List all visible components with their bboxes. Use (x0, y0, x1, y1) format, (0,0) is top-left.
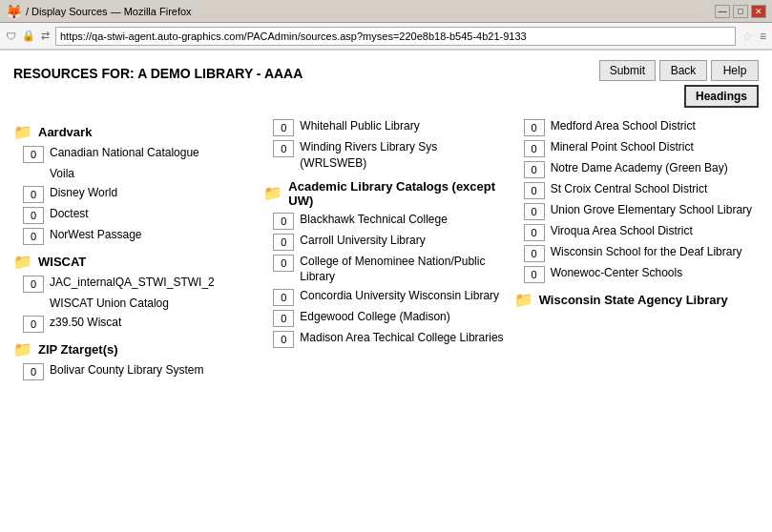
list-item: 0Winding Rivers Library Sys (WRLSWEB) (273, 139, 504, 172)
section-heading-1-1: 📁Academic Library Catalogs (except UW) (263, 179, 504, 208)
item-label: Carroll University Library (300, 233, 425, 249)
folder-icon: 📁 (13, 253, 32, 271)
list-item: 0Doctest (23, 206, 254, 224)
folder-icon: 📁 (263, 184, 282, 202)
item-label: St Croix Central School District (551, 181, 708, 197)
content-area: 📁Aardvark0Canadian National CatalogueVoi… (13, 115, 759, 512)
item-counter[interactable]: 0 (273, 289, 294, 306)
column-1: 📁Aardvark0Canadian National CatalogueVoi… (13, 115, 263, 383)
item-label: Bolivar County Library System (50, 362, 203, 379)
item-counter[interactable]: 0 (524, 140, 545, 157)
item-counter[interactable]: 0 (273, 140, 294, 157)
list-item: 0Union Grove Elementary School Library (524, 202, 755, 220)
item-label: JAC_internalQA_STWI_STWI_2 (50, 275, 215, 291)
list-item: 0Whitehall Public Library (273, 118, 504, 136)
page-header: RESOURCES FOR: A DEMO LIBRARY - AAAA Sub… (13, 60, 759, 108)
back-button[interactable]: Back (659, 60, 707, 81)
section-title: Aardvark (38, 125, 92, 139)
item-counter[interactable]: 0 (524, 224, 545, 241)
item-label: College of Menominee Nation/Public Libra… (300, 254, 504, 286)
list-item: 0Mineral Point School District (524, 139, 755, 157)
item-label: Doctest (50, 206, 89, 222)
item-label: Notre Dame Academy (Green Bay) (551, 160, 728, 176)
address-bar: 🛡 🔒 ⇄ ☆ ≡ (0, 23, 772, 50)
item-counter[interactable]: 0 (524, 119, 545, 136)
section-heading-2-1: 📁Wisconsin State Agency Library (514, 291, 755, 309)
section-title: Academic Library Catalogs (except UW) (288, 179, 504, 208)
item-label: Medford Area School District (551, 118, 696, 134)
top-buttons-row: Submit Back Help (599, 60, 759, 81)
item-counter[interactable]: 0 (273, 255, 294, 272)
item-counter[interactable]: 0 (23, 316, 44, 333)
item-counter[interactable]: 0 (273, 119, 294, 136)
list-item: 0Medford Area School District (524, 118, 755, 136)
title-bar-text: / Display Sources — Mozilla Firefox (26, 6, 715, 17)
url-input[interactable] (55, 27, 736, 46)
list-item: Voila (23, 166, 254, 182)
item-counter[interactable]: 0 (524, 203, 545, 220)
list-item: 0Canadian National Catalogue (23, 145, 254, 163)
section-title: WISCAT (38, 255, 86, 269)
help-button[interactable]: Help (711, 60, 759, 81)
maximize-button[interactable]: □ (733, 5, 748, 18)
item-label: Voila (50, 166, 74, 182)
submit-button[interactable]: Submit (599, 60, 656, 81)
item-counter[interactable]: 0 (273, 213, 294, 230)
item-label: NorWest Passage (50, 227, 142, 243)
item-counter[interactable]: 0 (23, 186, 44, 203)
section-title: Wisconsin State Agency Library (539, 293, 728, 307)
item-counter[interactable]: 0 (524, 266, 545, 283)
item-label: Wisconsin School for the Deaf Library (551, 244, 742, 260)
item-counter[interactable]: 0 (273, 310, 294, 327)
list-item: 0Madison Area Techical College Libraries (273, 330, 504, 348)
list-item: 0NorWest Passage (23, 227, 254, 245)
section-title: ZIP Ztarget(s) (38, 342, 118, 357)
list-item: 0College of Menominee Nation/Public Libr… (273, 254, 504, 286)
list-item: 0JAC_internalQA_STWI_STWI_2 (23, 275, 254, 293)
folder-icon: 📁 (13, 123, 32, 141)
page-content: RESOURCES FOR: A DEMO LIBRARY - AAAA Sub… (0, 51, 772, 532)
window-controls[interactable]: — □ ✕ (715, 5, 766, 18)
item-counter[interactable]: 0 (23, 146, 44, 163)
item-counter[interactable]: 0 (23, 276, 44, 293)
column-2: 0Whitehall Public Library0Winding Rivers… (263, 115, 513, 383)
firefox-icon: 🦊 (6, 4, 22, 19)
item-label: Union Grove Elementary School Library (551, 202, 752, 218)
section-heading-0-2: 📁ZIP Ztarget(s) (13, 340, 254, 358)
list-item: 0Concordia University Wisconsin Library (273, 288, 504, 306)
section-heading-0-0: 📁Aardvark (13, 123, 254, 141)
list-item: 0Carroll University Library (273, 233, 504, 251)
item-counter[interactable]: 0 (23, 363, 44, 380)
page-title: RESOURCES FOR: A DEMO LIBRARY - AAAA (13, 60, 303, 81)
minimize-button[interactable]: — (715, 5, 730, 18)
item-label: Blackhawk Technical College (300, 212, 448, 228)
item-label: Madison Area Techical College Libraries (300, 330, 503, 346)
item-label: Edgewood College (Madison) (300, 309, 449, 325)
close-button[interactable]: ✕ (751, 5, 766, 18)
item-label: Disney World (50, 185, 117, 201)
item-label: Canadian National Catalogue (50, 145, 199, 161)
item-label: z39.50 Wiscat (50, 315, 121, 331)
item-counter[interactable]: 0 (524, 182, 545, 199)
item-label: WISCAT Union Catalog (50, 296, 169, 312)
header-buttons: Submit Back Help Headings (599, 60, 759, 108)
folder-icon: 📁 (13, 340, 32, 358)
menu-icon[interactable]: ≡ (760, 30, 766, 43)
folder-icon: 📁 (514, 291, 533, 309)
item-counter[interactable]: 0 (23, 228, 44, 245)
headings-button[interactable]: Headings (684, 85, 759, 108)
list-item: 0Edgewood College (Madison) (273, 309, 504, 327)
item-label: Viroqua Area School District (551, 223, 693, 239)
shield-icon: 🛡 (6, 31, 16, 42)
item-counter[interactable]: 0 (273, 234, 294, 251)
item-label: Winding Rivers Library Sys (WRLSWEB) (300, 139, 504, 172)
item-counter[interactable]: 0 (273, 331, 294, 348)
item-counter[interactable]: 0 (524, 161, 545, 178)
item-counter[interactable]: 0 (524, 245, 545, 262)
headings-row: Headings (684, 85, 759, 108)
scroll-area[interactable]: 📁Aardvark0Canadian National CatalogueVoi… (13, 115, 759, 512)
list-item: 0St Croix Central School District (524, 181, 755, 199)
bookmark-icon[interactable]: ☆ (741, 29, 754, 44)
list-item: 0z39.50 Wiscat (23, 315, 254, 333)
item-counter[interactable]: 0 (23, 207, 44, 224)
